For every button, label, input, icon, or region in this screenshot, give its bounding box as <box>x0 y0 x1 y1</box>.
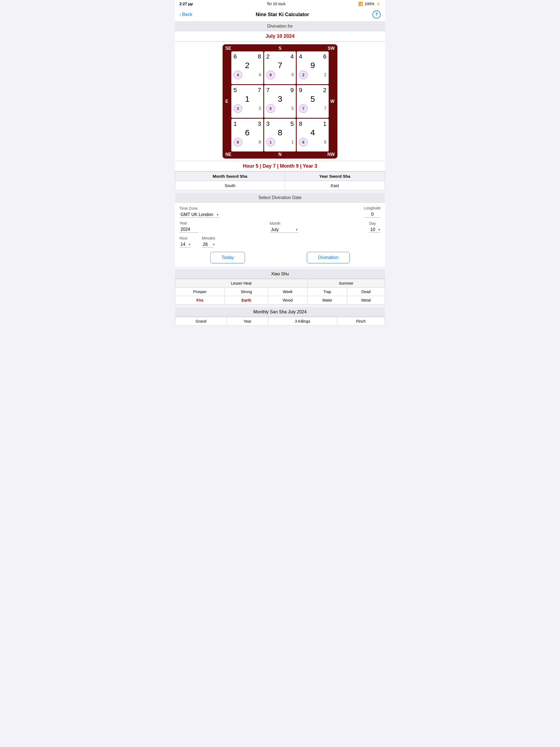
cell-ne-mid: 6 <box>233 128 261 137</box>
cell-ne-circle: 8 <box>233 138 242 147</box>
hour-label: Hour <box>179 236 191 240</box>
pinch-col: Pinch <box>337 317 385 326</box>
longitude-group: Longitude <box>364 206 381 217</box>
dir-nw: NW <box>298 152 335 157</box>
minutes-group: Minutes 26 ▾ <box>202 236 215 248</box>
cell-sw-tr: 6 <box>323 53 327 60</box>
grid-cell-ne: 1 3 6 8 8 <box>231 119 263 152</box>
hour-select-wrapper[interactable]: 14 ▾ <box>179 241 191 248</box>
sword-sha-table: Month Sword Sha Year Sword Sha South Eas… <box>175 172 385 190</box>
grid-cell-w: 9 2 5 7 7 <box>297 85 329 118</box>
xiao-shu-header: Xiao Shu <box>175 269 385 279</box>
cell-nw-tr: 1 <box>323 120 327 127</box>
year-input[interactable] <box>179 226 199 233</box>
grid-cell-nw: 8 1 4 6 6 <box>297 119 329 152</box>
today-button[interactable]: Today <box>210 252 245 263</box>
trap-label: Trap <box>307 288 347 296</box>
cell-s-small: 9 <box>291 73 294 77</box>
longitude-input[interactable] <box>364 211 381 217</box>
help-button[interactable]: ? <box>373 10 381 19</box>
top-directions: SE S SW <box>224 45 336 51</box>
cell-sw-mid: 9 <box>299 61 327 70</box>
day-select-wrapper[interactable]: 10 ▾ <box>369 227 381 233</box>
grid-cell-se: 6 8 2 4 4 <box>231 51 263 84</box>
day-select[interactable]: 10 <box>369 227 381 233</box>
cell-n-tr: 5 <box>290 120 294 127</box>
day-label: Day <box>369 221 381 226</box>
cell-ne-small: 8 <box>259 140 261 145</box>
dir-e: E <box>224 51 231 152</box>
cell-w-small: 7 <box>324 106 327 111</box>
dead-label: Dead <box>347 288 385 296</box>
summer-label: Summer <box>307 279 385 288</box>
grand-col: Grand <box>175 317 227 326</box>
grid-cell-e: 5 7 1 3 3 <box>231 85 263 118</box>
year-label: Year <box>179 221 199 225</box>
grid-cell-s: 2 4 7 9 9 <box>264 51 296 84</box>
metal-label: Metal <box>347 296 385 305</box>
month-sword-sha-value: South <box>175 181 285 190</box>
minutes-select-wrapper[interactable]: 26 ▾ <box>202 241 215 248</box>
dir-se: SE <box>225 46 262 51</box>
dir-w: W <box>329 51 336 152</box>
cell-n-tl: 3 <box>266 120 270 127</box>
cell-e-mid: 1 <box>233 94 261 104</box>
help-icon: ? <box>375 12 378 17</box>
ymd-row: Year Month July JanuaryFebruaryMarch Apr… <box>179 221 381 233</box>
dir-s: S <box>262 46 298 51</box>
status-date: Τετ 10 Ιουλ <box>266 2 285 6</box>
timezone-row: Time Zone GMT UK London ▾ Longitude <box>179 206 381 217</box>
cell-nw-circle: 6 <box>299 138 308 147</box>
hour-select[interactable]: 14 <box>179 241 191 248</box>
month-group: Month July JanuaryFebruaryMarch AprilMay… <box>270 221 298 233</box>
xiao-values-row: Fire Earth Wood Water Metal <box>175 296 385 305</box>
divination-button[interactable]: Divination <box>307 252 350 263</box>
timezone-select[interactable]: GMT UK London <box>179 212 219 217</box>
month-select[interactable]: July JanuaryFebruaryMarch AprilMayJune A… <box>270 227 298 233</box>
dir-n: N <box>262 152 298 157</box>
grid-cells: 6 8 2 4 4 2 4 <box>231 51 329 152</box>
week-label: Week <box>268 288 307 296</box>
divination-for-section: Divination for July 10 2024 <box>175 22 385 42</box>
wood-label: Wood <box>268 296 307 305</box>
main-content: Divination for July 10 2024 SE S SW E 6 <box>175 22 385 326</box>
divination-for-label: Divination for <box>175 22 385 31</box>
monthly-san-sha-section: Monthly San Sha July 2024 Grand Year 3 K… <box>175 307 385 326</box>
grid-container: SE S SW E 6 8 2 4 <box>175 42 385 161</box>
minutes-label: Minutes <box>202 236 215 240</box>
timezone-select-wrapper[interactable]: GMT UK London ▾ <box>179 212 219 217</box>
cell-sw-small: 2 <box>324 73 327 77</box>
hour-group: Hour 14 ▾ <box>179 236 191 248</box>
cell-s-tl: 2 <box>266 53 270 60</box>
minutes-select[interactable]: 26 <box>202 241 213 248</box>
cell-nw-tl: 8 <box>299 120 302 127</box>
ki-line: Hour 5 | Day 7 | Month 9 | Year 3 <box>175 161 385 172</box>
cell-c-circle: 5 <box>266 104 275 113</box>
cell-nw-mid: 4 <box>299 128 327 137</box>
cell-n-mid: 8 <box>266 128 294 137</box>
san-sha-header-row: Grand Year 3 Killings Pinch <box>175 317 385 326</box>
grid-cell-sw: 4 6 9 2 2 <box>297 51 329 84</box>
xiao-header-row: Prosper Strong Week Trap Dead <box>175 288 385 296</box>
san-sha-table: Grand Year 3 Killings Pinch <box>175 317 385 326</box>
year-sword-sha-label: Year Sword Sha <box>285 172 385 181</box>
cell-e-circle: 3 <box>233 104 242 113</box>
divination-date: July 10 2024 <box>175 31 385 42</box>
select-date-section: Select Divination Date Time Zone GMT UK … <box>175 193 385 266</box>
year-group: Year <box>179 221 199 233</box>
cell-w-mid: 5 <box>299 94 327 104</box>
nav-bar: ‹ Back Nine Star Ki Calculator ? <box>175 8 385 22</box>
timezone-label: Time Zone <box>179 206 219 210</box>
cell-nw-small: 6 <box>324 140 327 145</box>
cell-s-tr: 4 <box>290 53 294 60</box>
cell-s-mid: 7 <box>266 61 294 70</box>
cell-n-circle: 1 <box>266 138 275 147</box>
month-select-wrapper[interactable]: July JanuaryFebruaryMarch AprilMayJune A… <box>270 227 298 233</box>
back-button[interactable]: ‹ Back <box>179 12 192 17</box>
button-row: Today Divination <box>179 252 381 263</box>
strong-label: Strong <box>225 288 268 296</box>
longitude-label: Longitude <box>364 206 381 210</box>
battery-icon: 100% <box>364 2 374 6</box>
cell-w-tr: 2 <box>323 87 327 94</box>
year-col: Year <box>227 317 268 326</box>
